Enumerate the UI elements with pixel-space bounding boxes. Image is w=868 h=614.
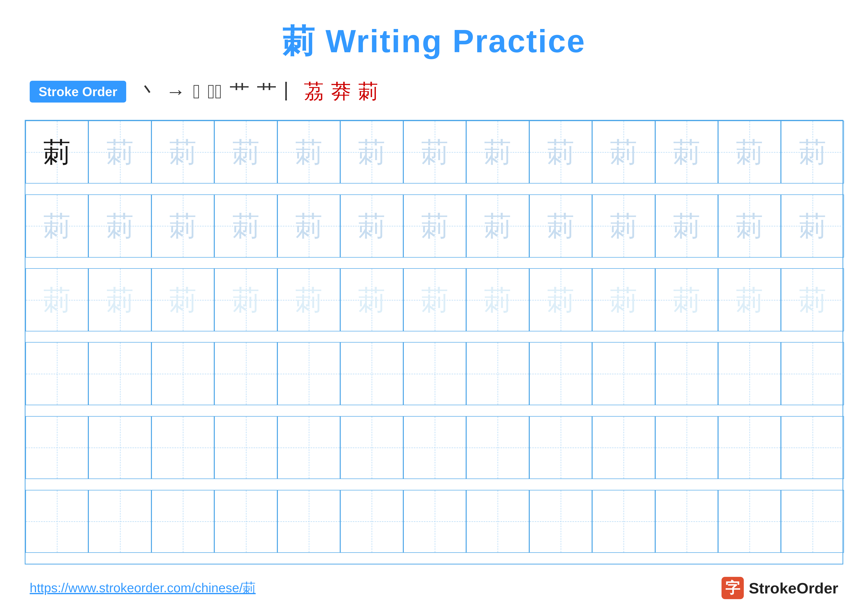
char-display: 莿 <box>484 286 511 314</box>
grid-cell-r6c4[interactable] <box>214 490 277 553</box>
char-display: 莿 <box>169 212 197 239</box>
grid-cell-r4c10[interactable] <box>592 342 655 405</box>
grid-cell-r3c4: 莿 <box>214 268 277 331</box>
grid-cell-r5c8[interactable] <box>466 416 529 479</box>
grid-cell-r6c11[interactable] <box>655 490 718 553</box>
grid-cell-r3c6: 莿 <box>340 268 403 331</box>
grid-cell-r5c4[interactable] <box>214 416 277 479</box>
grid-cell-r1c10: 莿 <box>592 121 655 183</box>
grid-cell-r1c12: 莿 <box>718 121 781 183</box>
stroke-order-badge: Stroke Order <box>30 81 126 103</box>
grid-cell-r1c3: 莿 <box>152 121 214 183</box>
grid-cell-r5c3[interactable] <box>152 416 214 479</box>
char-display: 莿 <box>169 138 197 166</box>
grid-cell-r4c5[interactable] <box>277 342 340 405</box>
grid-cell-r6c6[interactable] <box>340 490 403 553</box>
char-display: 莿 <box>736 286 763 314</box>
grid-cell-r6c3[interactable] <box>152 490 214 553</box>
grid-cell-r4c4[interactable] <box>214 342 277 405</box>
grid-cell-r1c2: 莿 <box>88 121 151 183</box>
grid-cell-r5c6[interactable] <box>340 416 403 479</box>
brand-icon: 字 <box>722 577 744 599</box>
char-display: 莿 <box>421 212 448 239</box>
grid-cell-r2c8: 莿 <box>466 194 529 257</box>
char-display: 莿 <box>547 212 574 239</box>
grid-cell-r6c8[interactable] <box>466 490 529 553</box>
grid-cell-r4c2[interactable] <box>88 342 151 405</box>
grid-cell-r3c11: 莿 <box>655 268 718 331</box>
stroke-step-2: → <box>166 80 186 103</box>
grid-cell-r2c1: 莿 <box>25 194 88 257</box>
grid-cell-r1c8: 莿 <box>466 121 529 183</box>
stroke-step-8: 莽 <box>331 78 351 105</box>
title-text: Writing Practice <box>326 23 586 59</box>
char-display: 莿 <box>43 212 71 239</box>
char-display: 莿 <box>799 286 826 314</box>
grid-cell-r4c12[interactable] <box>718 342 781 405</box>
char-display: 莿 <box>232 212 260 239</box>
grid-cell-r3c9: 莿 <box>529 268 592 331</box>
char-display: 莿 <box>106 138 133 166</box>
grid-cell-r4c8[interactable] <box>466 342 529 405</box>
stroke-step-1: 丶 <box>139 78 158 105</box>
grid-cell-r5c10[interactable] <box>592 416 655 479</box>
grid-cell-r3c7: 莿 <box>403 268 466 331</box>
grid-cell-r4c13[interactable] <box>781 342 844 405</box>
char-display: 莿 <box>358 286 385 314</box>
stroke-step-7: 茘 <box>304 78 324 105</box>
grid-cell-r2c10: 莿 <box>592 194 655 257</box>
grid-cell-r5c5[interactable] <box>277 416 340 479</box>
grid-cell-r6c2[interactable] <box>88 490 151 553</box>
grid-cell-r4c6[interactable] <box>340 342 403 405</box>
grid-cell-r4c9[interactable] <box>529 342 592 405</box>
footer-url[interactable]: https://www.strokeorder.com/chinese/莿 <box>30 579 256 597</box>
char-display: 莿 <box>673 138 700 166</box>
grid-cell-r6c13[interactable] <box>781 490 844 553</box>
char-display: 莿 <box>358 138 385 166</box>
grid-cell-r4c7[interactable] <box>403 342 466 405</box>
grid-cell-r6c5[interactable] <box>277 490 340 553</box>
char-display: 莿 <box>232 138 260 166</box>
grid-cell-r6c10[interactable] <box>592 490 655 553</box>
grid-cell-r4c11[interactable] <box>655 342 718 405</box>
char-display: 莿 <box>358 212 385 239</box>
char-display: 莿 <box>736 212 763 239</box>
grid-cell-r5c7[interactable] <box>403 416 466 479</box>
grid-cell-r4c1[interactable] <box>25 342 88 405</box>
char-display: 莿 <box>673 212 700 239</box>
grid-cell-r2c12: 莿 <box>718 194 781 257</box>
grid-cell-r2c4: 莿 <box>214 194 277 257</box>
grid-cell-r5c2[interactable] <box>88 416 151 479</box>
grid-cell-r2c11: 莿 <box>655 194 718 257</box>
char-display: 莿 <box>169 286 197 314</box>
grid-cell-r3c3: 莿 <box>152 268 214 331</box>
grid-cell-r3c2: 莿 <box>88 268 151 331</box>
page-title: 莿 Writing Practice <box>282 20 586 64</box>
char-display: 莿 <box>484 138 511 166</box>
stroke-order-row: Stroke Order 丶 → 𠃋 𠃋丨 艹 艹丨 茘 莽 莿 <box>25 78 843 105</box>
grid-cell-r6c1[interactable] <box>25 490 88 553</box>
grid-cell-r6c9[interactable] <box>529 490 592 553</box>
char-display: 莿 <box>547 138 574 166</box>
grid-cell-r5c1[interactable] <box>25 416 88 479</box>
grid-cell-r4c3[interactable] <box>152 342 214 405</box>
char-display: 莿 <box>106 212 133 239</box>
stroke-step-4: 𠃋丨 <box>208 80 222 103</box>
brand-name: StrokeOrder <box>749 579 838 597</box>
grid-cell-r5c12[interactable] <box>718 416 781 479</box>
grid-cell-r5c9[interactable] <box>529 416 592 479</box>
grid-cell-r6c7[interactable] <box>403 490 466 553</box>
grid-cell-r2c9: 莿 <box>529 194 592 257</box>
grid-cell-r5c13[interactable] <box>781 416 844 479</box>
char-display: 莿 <box>295 286 322 314</box>
title-char: 莿 <box>282 23 315 59</box>
grid-cell-r3c12: 莿 <box>718 268 781 331</box>
grid-cell-r3c5: 莿 <box>277 268 340 331</box>
grid-cell-r3c13: 莿 <box>781 268 844 331</box>
char-display: 莿 <box>421 138 448 166</box>
page: 莿 Writing Practice Stroke Order 丶 → 𠃋 𠃋丨… <box>0 0 868 614</box>
grid-cell-r1c6: 莿 <box>340 121 403 183</box>
char-display: 莿 <box>421 286 448 314</box>
grid-cell-r6c12[interactable] <box>718 490 781 553</box>
grid-cell-r5c11[interactable] <box>655 416 718 479</box>
